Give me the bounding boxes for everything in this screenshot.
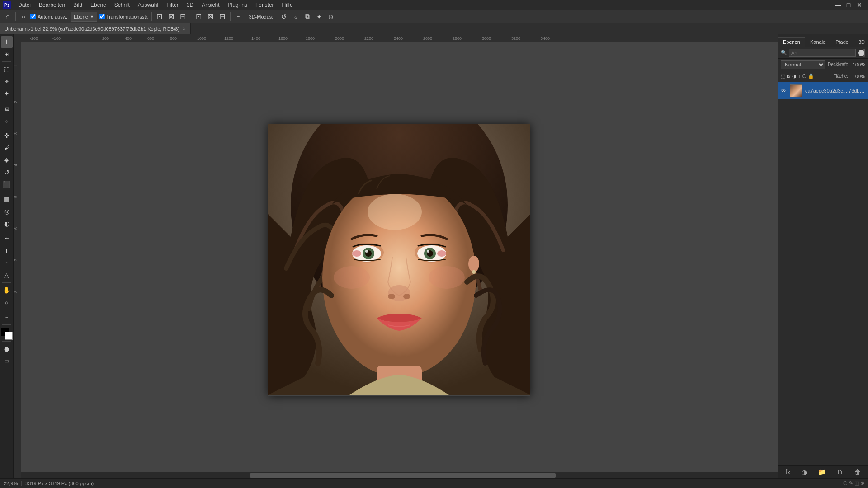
layer-item[interactable]: 👁 ca7aedc30a2d3c...f73db2b1 Kopie [778,82,868,99]
menu-fenster[interactable]: Fenster [252,1,278,9]
align-right-btn[interactable]: ⊟ [217,12,227,22]
type-tool-btn[interactable]: T [1,245,13,257]
sep3 [191,12,191,21]
svg-text:2800: 2800 [453,36,462,41]
screen-mode-btn[interactable]: ▭ [1,355,13,367]
svg-text:2400: 2400 [394,36,403,41]
tool-sep-5 [2,231,11,231]
menu-bearbeiten[interactable]: Bearbeiten [35,1,69,9]
tab-3d[interactable]: 3D [854,37,868,47]
filter-vector-icon[interactable]: ⬡ [802,73,807,79]
blend-mode-select[interactable]: Normal [781,60,825,69]
filter-group-icon[interactable]: 🔒 [808,73,814,79]
shape-tool-btn[interactable]: △ [1,269,13,281]
align-left-btn[interactable]: ⊡ [194,12,204,22]
document-tab[interactable]: Unbenannt-1 bei 22,9% (ca7aedc30a2d3c90d… [0,23,191,34]
filter-type-icon2[interactable]: T [798,74,801,79]
left-toolbar: ✛ ⊞ ⬚ ⌖ ✦ ⧉ ⬦ ✜ 🖌 ◈ ↺ ⬛ ▦ ◎ ◐ ✒ T ⌂ △ ✋ … [0,34,14,478]
hand-tool-btn[interactable]: ✋ [1,284,13,296]
tab-bar: Unbenannt-1 bei 22,9% (ca7aedc30a2d3c90d… [0,23,868,34]
svg-text:7: 7 [14,259,18,261]
delete-layer-btn[interactable]: 🗑 [854,469,861,476]
menu-ebene[interactable]: Ebene [87,1,110,9]
transform-controls-checkbox[interactable] [99,14,105,19]
spot-heal-tool-btn[interactable]: ✜ [1,130,13,141]
menu-filter[interactable]: Filter [163,1,182,9]
filter-toggle[interactable] [863,49,865,57]
menu-auswahl[interactable]: Auswahl [134,1,162,9]
menu-3d[interactable]: 3D [183,1,197,9]
new-group-btn[interactable]: 📁 [818,469,826,476]
tab-pfade[interactable]: Pfade [830,37,854,47]
menu-bild[interactable]: Bild [70,1,86,9]
home-btn[interactable]: ⌂ [3,12,13,22]
layers-panel: 🔍 ≡ Normal Deckkraft: 100% ⬚ fx ◑ T [778,47,868,478]
marquee-tool-btn[interactable]: ⬚ [1,63,13,75]
rotate-3d-btn[interactable]: ↺ [279,12,289,22]
window-maximize-btn[interactable]: □ [844,0,854,10]
align-top-btn[interactable]: ⊡ [155,12,165,22]
menu-ansicht[interactable]: Ansicht [198,1,223,9]
move-tool-btn[interactable]: ✛ [1,36,13,48]
slide-btn[interactable]: ✦ [314,12,324,22]
crop-tool-btn[interactable]: ⧉ [1,103,13,114]
ruler-vertical: 1 2 3 4 5 6 7 8 [14,42,21,478]
pan-btn[interactable]: ⧉ [302,12,312,22]
layer-visibility-icon[interactable]: 👁 [781,88,787,94]
canvas-scroll[interactable] [21,42,778,478]
layers-search-input[interactable] [789,49,856,57]
stamp-tool-btn[interactable]: ◈ [1,154,13,166]
history-brush-btn[interactable]: ↺ [1,166,13,178]
color-swatch[interactable] [1,328,13,340]
more-tools-btn[interactable]: ··· [1,311,13,323]
quick-mask-btn[interactable]: ⬤ [1,343,13,355]
window-close-btn[interactable]: ✕ [854,0,864,10]
new-fill-adj-btn[interactable]: ◑ [802,469,807,476]
align-bottom-btn[interactable]: ⊟ [178,12,188,22]
fx-btn[interactable]: fx [785,469,790,476]
brush-tool-btn[interactable]: 🖌 [1,142,13,154]
menu-hilfe[interactable]: Hilfe [278,1,297,9]
more-options-btn[interactable]: ··· [233,12,243,22]
orbit-btn[interactable]: ⬦ [291,12,301,22]
svg-text:2: 2 [14,101,18,103]
auto-select-checkbox[interactable] [30,14,36,19]
new-layer-btn[interactable]: 🗋 [837,469,843,476]
horizontal-scrollbar[interactable] [21,472,778,478]
menu-datei[interactable]: Datei [14,1,34,9]
filter-adj-icon[interactable]: ◑ [792,73,797,79]
auto-select-dropdown[interactable]: Ebene ▼ [71,12,97,22]
svg-text:Ps: Ps [4,3,10,8]
background-color[interactable] [5,332,13,340]
scale-3d-btn[interactable]: ⊖ [326,12,336,22]
quick-select-tool-btn[interactable]: ✦ [1,88,13,99]
tab-ebenen[interactable]: Ebenen [778,37,805,47]
tab-kanaele[interactable]: Kanäle [805,37,830,47]
artboard-btn[interactable]: ⊞ [1,48,13,60]
menu-plugins[interactable]: Plug-ins [224,1,251,9]
eraser-tool-btn[interactable]: ⬛ [1,178,13,190]
svg-point-40 [352,250,361,257]
svg-text:2600: 2600 [423,36,432,41]
tab-close-btn[interactable]: ✕ [182,26,186,31]
eyedropper-tool-btn[interactable]: ⬦ [1,115,13,127]
window-minimize-btn[interactable]: — [833,0,843,10]
zoom-tool-btn[interactable]: ⌕ [1,296,13,308]
tool-sep-4 [2,192,11,192]
ruler-horizontal: -200 -100 200 400 600 800 1000 1200 1400… [21,34,778,42]
filter-px-icon[interactable]: ⬚ [781,73,785,79]
tool-sep-6 [2,282,11,283]
pen-tool-btn[interactable]: ✒ [1,233,13,244]
align-hcenter-btn[interactable]: ⊠ [206,12,216,22]
move-options-icon[interactable]: ↔ [19,12,28,22]
lasso-tool-btn[interactable]: ⌖ [1,75,13,87]
align-vcenter-btn[interactable]: ⊠ [166,12,176,22]
blur-tool-btn[interactable]: ◎ [1,206,13,217]
gradient-tool-btn[interactable]: ▦ [1,193,13,205]
dodge-tool-btn[interactable]: ◐ [1,218,13,230]
scrollbar-thumb[interactable] [250,473,556,478]
menu-schrift[interactable]: Schrift [111,1,133,9]
svg-text:5: 5 [14,196,18,198]
path-select-btn[interactable]: ⌂ [1,257,13,269]
filter-fx-icon[interactable]: fx [787,74,791,79]
